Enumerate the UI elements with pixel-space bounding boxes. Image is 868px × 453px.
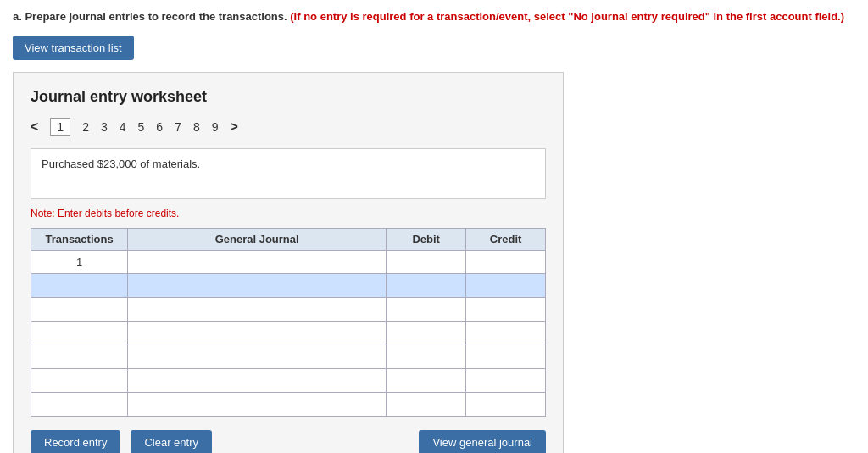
pagination: < 1 2 3 4 5 6 7 8 9 > bbox=[31, 118, 546, 136]
general-journal-input-4[interactable] bbox=[128, 322, 386, 345]
credit-input-1[interactable] bbox=[466, 251, 545, 273]
credit-cell-3[interactable] bbox=[466, 297, 546, 321]
page-6[interactable]: 6 bbox=[156, 120, 163, 134]
debit-cell-5[interactable] bbox=[387, 345, 466, 368]
debit-input-5[interactable] bbox=[387, 345, 465, 368]
page-8[interactable]: 8 bbox=[193, 120, 200, 134]
col-debit: Debit bbox=[387, 228, 466, 250]
credit-input-7[interactable] bbox=[466, 393, 545, 416]
prev-page-button[interactable]: < bbox=[31, 119, 38, 135]
col-general-journal: General Journal bbox=[128, 228, 387, 250]
debit-input-4[interactable] bbox=[387, 322, 465, 345]
page-9[interactable]: 9 bbox=[212, 120, 219, 134]
general-journal-cell-5[interactable] bbox=[128, 345, 387, 368]
page-4[interactable]: 4 bbox=[120, 120, 126, 134]
trans-num-3 bbox=[31, 297, 128, 321]
credit-input-6[interactable] bbox=[466, 369, 545, 392]
general-journal-cell-3[interactable] bbox=[128, 297, 387, 321]
credit-input-3[interactable] bbox=[466, 298, 545, 321]
instruction-text: a. Prepare journal entries to record the… bbox=[13, 8, 855, 25]
col-transactions: Transactions bbox=[31, 228, 128, 250]
debit-input-2[interactable] bbox=[387, 274, 465, 297]
general-journal-input-7[interactable] bbox=[128, 393, 386, 416]
credit-input-4[interactable] bbox=[466, 322, 545, 345]
page-3[interactable]: 3 bbox=[101, 120, 108, 134]
general-journal-input-3[interactable] bbox=[128, 298, 386, 321]
page-5[interactable]: 5 bbox=[138, 120, 145, 134]
page-7[interactable]: 7 bbox=[175, 120, 181, 134]
page-2[interactable]: 2 bbox=[82, 120, 89, 134]
clear-entry-button[interactable]: Clear entry bbox=[131, 430, 212, 454]
trans-num-7 bbox=[31, 392, 128, 416]
trans-num-1: 1 bbox=[31, 250, 128, 273]
table-row bbox=[31, 321, 546, 345]
debit-cell-1[interactable] bbox=[387, 250, 466, 273]
general-journal-cell-4[interactable] bbox=[128, 321, 387, 345]
credit-cell-2[interactable] bbox=[466, 273, 546, 297]
credit-input-5[interactable] bbox=[466, 345, 545, 368]
page-1[interactable]: 1 bbox=[50, 118, 70, 136]
debit-input-3[interactable] bbox=[387, 298, 465, 321]
general-journal-cell-1[interactable] bbox=[128, 250, 387, 273]
next-page-button[interactable]: > bbox=[231, 119, 238, 135]
credit-cell-4[interactable] bbox=[466, 321, 546, 345]
view-transaction-button[interactable]: View transaction list bbox=[13, 36, 134, 60]
record-entry-button[interactable]: Record entry bbox=[31, 430, 120, 454]
general-journal-input-1[interactable] bbox=[128, 251, 386, 273]
note-text: Note: Enter debits before credits. bbox=[31, 207, 546, 219]
table-row bbox=[31, 345, 546, 368]
general-journal-cell-6[interactable] bbox=[128, 368, 387, 392]
table-row bbox=[31, 273, 546, 297]
debit-cell-7[interactable] bbox=[387, 392, 466, 416]
debit-cell-2[interactable] bbox=[387, 273, 466, 297]
instruction-prefix: a. Prepare journal entries to record the… bbox=[13, 10, 287, 23]
trans-num-5 bbox=[31, 345, 128, 368]
general-journal-input-5[interactable] bbox=[128, 345, 386, 368]
credit-input-2[interactable] bbox=[466, 274, 545, 297]
trans-num-4 bbox=[31, 321, 128, 345]
table-row bbox=[31, 392, 546, 416]
table-row: 1 bbox=[31, 250, 546, 273]
debit-cell-6[interactable] bbox=[387, 368, 466, 392]
general-journal-input-6[interactable] bbox=[128, 369, 386, 392]
debit-cell-4[interactable] bbox=[387, 321, 466, 345]
col-credit: Credit bbox=[466, 228, 546, 250]
debit-input-1[interactable] bbox=[387, 251, 465, 273]
debit-input-6[interactable] bbox=[387, 369, 465, 392]
journal-table: Transactions General Journal Debit Credi… bbox=[31, 228, 546, 417]
trans-num-6 bbox=[31, 368, 128, 392]
credit-cell-5[interactable] bbox=[466, 345, 546, 368]
general-journal-input-2[interactable] bbox=[128, 274, 386, 297]
view-general-journal-button[interactable]: View general journal bbox=[419, 430, 546, 454]
trans-num-2 bbox=[31, 273, 128, 297]
worksheet-title: Journal entry worksheet bbox=[31, 88, 546, 106]
debit-input-7[interactable] bbox=[387, 393, 465, 416]
credit-cell-6[interactable] bbox=[466, 368, 546, 392]
credit-cell-1[interactable] bbox=[466, 250, 546, 273]
credit-cell-7[interactable] bbox=[466, 392, 546, 416]
transaction-description: Purchased $23,000 of materials. bbox=[31, 148, 546, 199]
table-row bbox=[31, 368, 546, 392]
action-buttons-row: Record entry Clear entry View general jo… bbox=[31, 430, 546, 454]
instruction-highlighted: (If no entry is required for a transacti… bbox=[290, 10, 844, 23]
general-journal-cell-2[interactable] bbox=[128, 273, 387, 297]
general-journal-cell-7[interactable] bbox=[128, 392, 387, 416]
table-row bbox=[31, 297, 546, 321]
worksheet-container: Journal entry worksheet < 1 2 3 4 5 6 7 … bbox=[13, 72, 564, 454]
debit-cell-3[interactable] bbox=[387, 297, 466, 321]
